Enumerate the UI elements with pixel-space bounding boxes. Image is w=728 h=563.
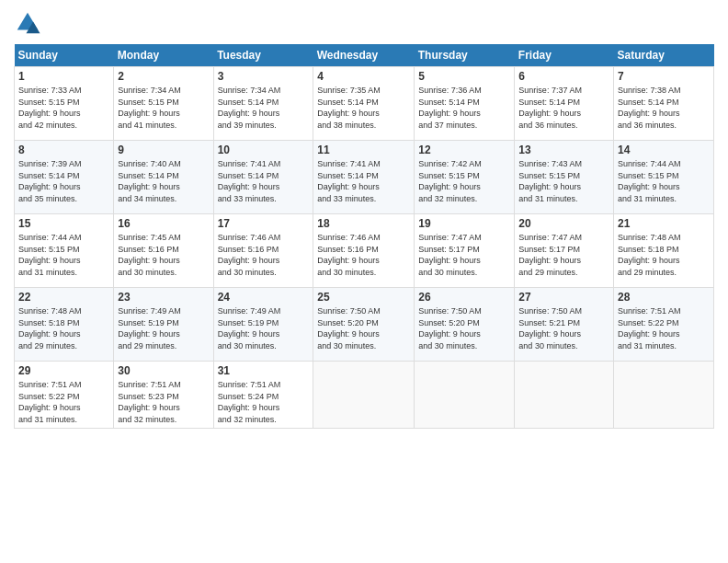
calendar-header-row: Sunday Monday Tuesday Wednesday Thursday… <box>15 44 714 67</box>
day-number: 18 <box>317 217 410 230</box>
day-number: 20 <box>518 217 609 230</box>
day-number: 28 <box>618 291 710 304</box>
calendar-cell: 7Sunrise: 7:38 AMSunset: 5:14 PMDaylight… <box>614 67 714 141</box>
day-number: 11 <box>317 144 410 156</box>
col-friday: Friday <box>515 44 614 67</box>
day-info: Sunrise: 7:46 AMSunset: 5:16 PMDaylight:… <box>218 232 310 278</box>
col-tuesday: Tuesday <box>213 44 313 67</box>
calendar-cell: 25Sunrise: 7:50 AMSunset: 5:20 PMDayligh… <box>313 288 415 362</box>
day-number: 3 <box>218 70 310 83</box>
day-info: Sunrise: 7:43 AMSunset: 5:15 PMDaylight:… <box>518 158 609 204</box>
calendar-cell: 2Sunrise: 7:34 AMSunset: 5:15 PMDaylight… <box>114 67 213 141</box>
day-info: Sunrise: 7:50 AMSunset: 5:21 PMDaylight:… <box>518 305 609 351</box>
day-number: 7 <box>618 70 710 83</box>
calendar-cell: 5Sunrise: 7:36 AMSunset: 5:14 PMDaylight… <box>415 67 515 141</box>
day-number: 25 <box>317 291 410 304</box>
calendar-cell: 17Sunrise: 7:46 AMSunset: 5:16 PMDayligh… <box>213 214 313 288</box>
calendar-cell: 28Sunrise: 7:51 AMSunset: 5:22 PMDayligh… <box>614 288 714 362</box>
day-number: 9 <box>118 144 209 156</box>
day-info: Sunrise: 7:37 AMSunset: 5:14 PMDaylight:… <box>518 85 609 131</box>
day-info: Sunrise: 7:44 AMSunset: 5:15 PMDaylight:… <box>18 232 109 278</box>
day-info: Sunrise: 7:41 AMSunset: 5:14 PMDaylight:… <box>218 158 310 204</box>
calendar-cell: 9Sunrise: 7:40 AMSunset: 5:14 PMDaylight… <box>114 141 213 214</box>
col-sunday: Sunday <box>15 44 114 67</box>
calendar-cell: 3Sunrise: 7:34 AMSunset: 5:14 PMDaylight… <box>213 67 313 141</box>
day-info: Sunrise: 7:48 AMSunset: 5:18 PMDaylight:… <box>18 305 109 351</box>
calendar-cell: 11Sunrise: 7:41 AMSunset: 5:14 PMDayligh… <box>313 141 415 214</box>
day-number: 26 <box>418 291 510 304</box>
col-saturday: Saturday <box>614 44 714 67</box>
day-number: 24 <box>218 291 310 304</box>
calendar-cell: 19Sunrise: 7:47 AMSunset: 5:17 PMDayligh… <box>415 214 515 288</box>
day-number: 27 <box>518 291 609 304</box>
day-number: 12 <box>418 144 510 156</box>
calendar-cell: 30Sunrise: 7:51 AMSunset: 5:23 PMDayligh… <box>114 362 213 429</box>
day-info: Sunrise: 7:41 AMSunset: 5:14 PMDaylight:… <box>317 158 410 204</box>
day-number: 13 <box>518 144 609 156</box>
col-thursday: Thursday <box>415 44 515 67</box>
day-info: Sunrise: 7:36 AMSunset: 5:14 PMDaylight:… <box>418 85 510 131</box>
calendar-cell <box>313 362 415 429</box>
day-info: Sunrise: 7:38 AMSunset: 5:14 PMDaylight:… <box>618 85 710 131</box>
day-info: Sunrise: 7:49 AMSunset: 5:19 PMDaylight:… <box>118 305 209 351</box>
day-info: Sunrise: 7:35 AMSunset: 5:14 PMDaylight:… <box>317 85 410 131</box>
day-info: Sunrise: 7:50 AMSunset: 5:20 PMDaylight:… <box>418 305 510 351</box>
logo-icon <box>14 9 41 37</box>
day-info: Sunrise: 7:47 AMSunset: 5:17 PMDaylight:… <box>418 232 510 278</box>
col-wednesday: Wednesday <box>313 44 415 67</box>
day-info: Sunrise: 7:48 AMSunset: 5:18 PMDaylight:… <box>618 232 710 278</box>
day-info: Sunrise: 7:34 AMSunset: 5:15 PMDaylight:… <box>118 85 209 131</box>
calendar-cell: 1Sunrise: 7:33 AMSunset: 5:15 PMDaylight… <box>15 67 114 141</box>
calendar-cell: 31Sunrise: 7:51 AMSunset: 5:24 PMDayligh… <box>213 362 313 429</box>
day-number: 15 <box>18 217 109 230</box>
calendar-cell: 22Sunrise: 7:48 AMSunset: 5:18 PMDayligh… <box>15 288 114 362</box>
day-number: 1 <box>18 70 109 83</box>
day-info: Sunrise: 7:40 AMSunset: 5:14 PMDaylight:… <box>118 158 209 204</box>
calendar-container: Sunday Monday Tuesday Wednesday Thursday… <box>0 0 728 563</box>
calendar-cell: 14Sunrise: 7:44 AMSunset: 5:15 PMDayligh… <box>614 141 714 214</box>
day-info: Sunrise: 7:34 AMSunset: 5:14 PMDaylight:… <box>218 85 310 131</box>
day-number: 21 <box>618 217 710 230</box>
day-info: Sunrise: 7:33 AMSunset: 5:15 PMDaylight:… <box>18 85 109 131</box>
day-number: 29 <box>18 364 109 377</box>
header <box>14 9 714 37</box>
day-info: Sunrise: 7:39 AMSunset: 5:14 PMDaylight:… <box>18 158 109 204</box>
calendar-cell: 13Sunrise: 7:43 AMSunset: 5:15 PMDayligh… <box>515 141 614 214</box>
calendar-cell: 15Sunrise: 7:44 AMSunset: 5:15 PMDayligh… <box>15 214 114 288</box>
calendar-cell <box>614 362 714 429</box>
logo <box>14 9 45 37</box>
calendar-cell: 21Sunrise: 7:48 AMSunset: 5:18 PMDayligh… <box>614 214 714 288</box>
calendar-cell: 29Sunrise: 7:51 AMSunset: 5:22 PMDayligh… <box>15 362 114 429</box>
calendar-cell: 16Sunrise: 7:45 AMSunset: 5:16 PMDayligh… <box>114 214 213 288</box>
calendar-cell <box>415 362 515 429</box>
calendar-cell: 18Sunrise: 7:46 AMSunset: 5:16 PMDayligh… <box>313 214 415 288</box>
day-number: 19 <box>418 217 510 230</box>
calendar-cell: 6Sunrise: 7:37 AMSunset: 5:14 PMDaylight… <box>515 67 614 141</box>
day-number: 23 <box>118 291 209 304</box>
col-monday: Monday <box>114 44 213 67</box>
day-number: 2 <box>118 70 209 83</box>
day-info: Sunrise: 7:50 AMSunset: 5:20 PMDaylight:… <box>317 305 410 351</box>
day-info: Sunrise: 7:44 AMSunset: 5:15 PMDaylight:… <box>618 158 710 204</box>
day-number: 17 <box>218 217 310 230</box>
day-number: 5 <box>418 70 510 83</box>
day-number: 14 <box>618 144 710 156</box>
day-info: Sunrise: 7:51 AMSunset: 5:23 PMDaylight:… <box>118 379 209 425</box>
calendar-cell: 20Sunrise: 7:47 AMSunset: 5:17 PMDayligh… <box>515 214 614 288</box>
calendar-cell: 24Sunrise: 7:49 AMSunset: 5:19 PMDayligh… <box>213 288 313 362</box>
day-number: 8 <box>18 144 109 156</box>
calendar-cell: 8Sunrise: 7:39 AMSunset: 5:14 PMDaylight… <box>15 141 114 214</box>
calendar-cell: 26Sunrise: 7:50 AMSunset: 5:20 PMDayligh… <box>415 288 515 362</box>
day-info: Sunrise: 7:51 AMSunset: 5:24 PMDaylight:… <box>218 379 310 425</box>
day-info: Sunrise: 7:45 AMSunset: 5:16 PMDaylight:… <box>118 232 209 278</box>
calendar-cell <box>515 362 614 429</box>
calendar-cell: 27Sunrise: 7:50 AMSunset: 5:21 PMDayligh… <box>515 288 614 362</box>
calendar-cell: 4Sunrise: 7:35 AMSunset: 5:14 PMDaylight… <box>313 67 415 141</box>
day-number: 6 <box>518 70 609 83</box>
calendar-cell: 12Sunrise: 7:42 AMSunset: 5:15 PMDayligh… <box>415 141 515 214</box>
day-info: Sunrise: 7:49 AMSunset: 5:19 PMDaylight:… <box>218 305 310 351</box>
day-info: Sunrise: 7:51 AMSunset: 5:22 PMDaylight:… <box>618 305 710 351</box>
day-number: 30 <box>118 364 209 377</box>
day-number: 31 <box>218 364 310 377</box>
day-number: 22 <box>18 291 109 304</box>
